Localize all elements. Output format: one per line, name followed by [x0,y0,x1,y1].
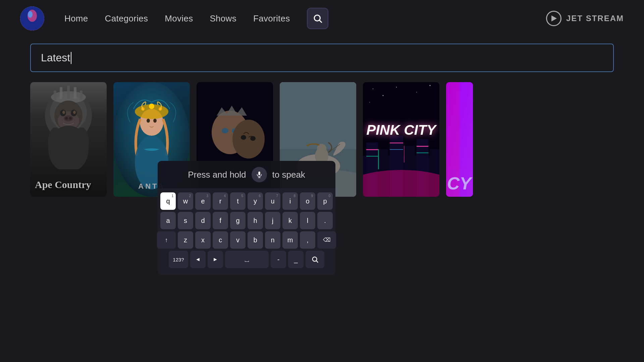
key-t[interactable]: 5 t [230,192,246,210]
svg-rect-12 [74,87,76,99]
brand: JET STREAM [546,11,624,26]
search-bar-container: Latest [30,44,614,72]
keyboard-row-4: 123? ◄ ► ⎵ - _ [162,251,331,268]
key-search[interactable] [306,251,324,268]
key-p[interactable]: 0 p [317,192,333,210]
key-m[interactable]: m [282,231,298,249]
svg-point-57 [373,88,373,89]
mic-button[interactable] [252,167,267,182]
svg-rect-71 [366,156,378,157]
play-icon [546,11,561,26]
key-e[interactable]: 3 e [195,192,211,210]
key-r[interactable]: 4 r [213,192,228,210]
key-o[interactable]: 9 o [300,192,315,210]
svg-point-24 [48,127,63,158]
key-v[interactable]: v [230,231,246,249]
header: Home Categories Movies Shows Favorites J… [0,0,644,37]
ape-illustration [30,82,107,169]
key-i[interactable]: 8 i [282,192,298,210]
press-hold-text: Press and hold [188,170,246,180]
search-button[interactable] [307,8,328,29]
key-g[interactable]: g [230,212,246,229]
key-123[interactable]: 123? [169,251,188,268]
key-arrow-right[interactable]: ► [208,251,223,268]
search-input-value: Latest [41,52,70,64]
keyboard-row-2: a s d f g h j k l . [162,212,331,229]
svg-point-86 [313,257,317,261]
svg-point-76 [363,170,439,197]
svg-rect-75 [417,153,428,153]
movie-card-pink-city[interactable]: PINK CITY [363,82,439,197]
ape-country-title: Ape Country [35,179,103,191]
key-k[interactable]: k [282,212,298,229]
key-a[interactable]: a [160,212,176,229]
key-u[interactable]: 7 u [265,192,280,210]
nav-shows[interactable]: Shows [210,13,236,24]
brand-name: JET STREAM [566,14,624,23]
search-icon [313,13,323,23]
nav-favorites[interactable]: Favorites [253,13,290,24]
key-y[interactable]: 6 y [248,192,263,210]
svg-rect-10 [60,87,62,99]
navigation: Home Categories Movies Shows Favorites [64,8,546,29]
search-bar[interactable]: Latest [30,44,614,72]
to-speak-text: to speak [272,170,305,180]
key-period[interactable]: . [317,212,333,229]
movie-card-cy[interactable]: CY [446,82,473,197]
key-n[interactable]: n [265,231,280,249]
svg-rect-78 [404,146,405,163]
keyboard-row-3: ↑ z x c v b n m , ⌫ [162,231,331,249]
keyboard-search-icon [311,256,319,263]
key-s[interactable]: s [178,212,193,229]
nav-categories[interactable]: Categories [105,13,148,24]
key-j[interactable]: j [265,212,280,229]
key-hyphen[interactable]: - [271,251,286,268]
movie-card-ape-country[interactable]: Ape Country [30,82,107,197]
key-comma[interactable]: , [300,231,315,249]
svg-point-60 [416,92,417,93]
svg-line-87 [316,261,318,262]
svg-rect-72 [390,142,403,143]
svg-point-4 [314,15,320,21]
svg-rect-11 [67,85,70,99]
key-shift[interactable]: ↑ [157,231,176,249]
mic-icon [256,171,263,178]
svg-point-40 [232,120,265,159]
key-x[interactable]: x [195,231,211,249]
svg-rect-13 [80,90,83,101]
svg-point-22 [69,117,72,120]
svg-point-18 [62,111,65,114]
key-b[interactable]: b [248,231,263,249]
keyboard: 1 q 2 w 3 e 4 r 5 t 6 y [158,188,335,275]
keyboard-row-1: 1 q 2 w 3 e 4 r 5 t 6 y [162,192,331,210]
key-q[interactable]: 1 q [160,192,176,210]
key-spacebar[interactable]: ⎵ [225,251,269,268]
svg-point-58 [383,95,384,96]
svg-rect-73 [390,149,403,150]
svg-point-33 [153,119,157,123]
key-l[interactable]: l [300,212,315,229]
svg-point-59 [396,87,397,87]
pink-city-illustration [363,82,439,197]
key-f[interactable]: f [213,212,228,229]
nav-movies[interactable]: Movies [165,13,193,24]
svg-line-5 [319,20,322,23]
svg-rect-74 [417,146,428,147]
key-d[interactable]: d [195,212,211,229]
svg-point-61 [430,85,431,86]
key-arrow-left[interactable]: ◄ [190,251,206,268]
press-hold-bar: Press and hold to speak [158,161,335,188]
nav-home[interactable]: Home [64,13,88,24]
svg-rect-9 [54,90,56,101]
text-cursor [71,52,71,64]
key-h[interactable]: h [248,212,263,229]
key-delete[interactable]: ⌫ [317,231,336,249]
key-underscore[interactable]: _ [288,251,304,268]
logo[interactable] [20,6,44,31]
svg-point-2 [28,11,33,18]
key-z[interactable]: z [178,231,193,249]
svg-point-41 [241,135,246,140]
key-c[interactable]: c [213,231,228,249]
key-w[interactable]: 2 w [178,192,193,210]
svg-rect-83 [258,172,260,175]
